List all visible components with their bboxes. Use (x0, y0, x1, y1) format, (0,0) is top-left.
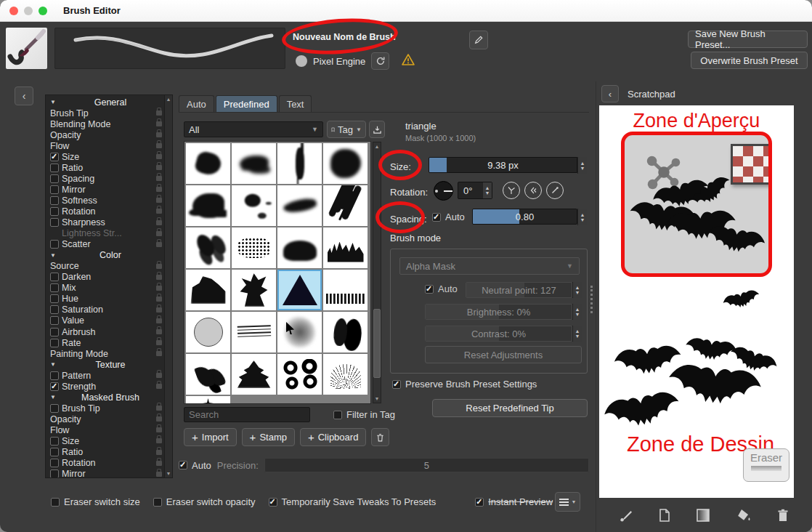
item-checkbox[interactable] (50, 448, 59, 456)
brush-tip-thumbnail[interactable] (323, 354, 368, 395)
item-checkbox[interactable] (50, 153, 59, 161)
rotation-flip-button[interactable] (503, 182, 520, 199)
lock-icon[interactable] (156, 154, 162, 159)
brush-tip-thumbnail[interactable] (186, 354, 230, 395)
sidebar-item[interactable]: ▼ Mix (47, 283, 163, 294)
rotation-spinner[interactable]: ▲▼ (482, 182, 492, 198)
brush-tip-thumbnail[interactable] (186, 227, 230, 268)
section-collapse-icon[interactable]: ▼ (50, 394, 56, 400)
brush-tip-thumbnail[interactable] (186, 312, 230, 352)
rotation-spinbox[interactable]: 0° ▲▼ (458, 182, 492, 199)
size-slider[interactable]: 9.38 px ▲▼ (429, 157, 587, 174)
brush-mode-dropdown[interactable]: Alpha Mask ▼ (399, 257, 580, 275)
lock-icon[interactable] (156, 450, 162, 455)
brightness-slider[interactable]: Brightness: 0% ▲▼ (425, 304, 582, 320)
sidebar-item[interactable]: ▼ Size (47, 151, 163, 162)
item-checkbox[interactable] (50, 328, 59, 336)
sidebar-item[interactable]: ▼ Ratio (47, 447, 163, 458)
sidebar-item[interactable]: ▼ Rate (47, 337, 163, 348)
sidebar-item[interactable]: ▼ Brush Tip (47, 108, 163, 118)
close-window-button[interactable] (9, 7, 18, 15)
sidebar-item[interactable]: ▼ Pattern (47, 370, 163, 381)
section-collapse-icon[interactable]: ▼ (50, 361, 56, 368)
sidebar-item[interactable]: ▼ Value (47, 315, 163, 326)
lock-icon[interactable] (156, 406, 162, 411)
sidebar-item[interactable]: ▼ Painting Mode (47, 348, 163, 359)
item-checkbox[interactable] (50, 371, 59, 380)
lock-icon[interactable] (156, 472, 162, 477)
sidebar-item[interactable]: ▼ Rotation (47, 458, 163, 469)
reset-predefined-tip-button[interactable]: Reset Predefined Tip (432, 399, 588, 417)
fill-color-icon[interactable] (736, 508, 752, 523)
sidebar-item[interactable]: ▼ Airbrush (47, 326, 163, 337)
lock-icon[interactable] (156, 264, 162, 269)
scroll-down-icon[interactable]: ▼ (375, 396, 380, 401)
sidebar-item[interactable]: ▼ Saturation (47, 305, 163, 315)
brush-tip-thumbnail[interactable] (323, 312, 368, 352)
reset-adjustments-button[interactable]: Reset Adjustments (425, 346, 582, 363)
collapse-scratchpad-button[interactable]: ‹ (601, 85, 619, 102)
overwrite-brush-preset-button[interactable]: Overwrite Brush Preset (691, 52, 808, 69)
collapse-panel-button[interactable]: ‹ (15, 86, 33, 105)
minimize-window-button[interactable] (24, 7, 33, 15)
lock-icon[interactable] (156, 231, 162, 236)
sidebar-item[interactable]: ▼ Size (47, 435, 163, 446)
filter-in-tag-checkbox[interactable] (333, 411, 342, 419)
sidebar-item[interactable]: ▼ Texture (47, 359, 163, 370)
lock-icon[interactable] (156, 340, 162, 345)
lock-icon[interactable] (156, 427, 162, 432)
tab-predefined[interactable]: Predefined (216, 95, 277, 112)
tab-auto[interactable]: Auto (179, 95, 214, 112)
sidebar-item[interactable]: ▼ Rotation (47, 206, 163, 217)
item-checkbox[interactable] (50, 207, 59, 216)
contrast-slider[interactable]: Contrast: 0% ▲▼ (425, 326, 582, 342)
scroll-down-icon[interactable]: ▼ (166, 471, 171, 476)
stamp-button[interactable]: Stamp (242, 428, 295, 446)
sidebar-item[interactable]: ▼ Spacing (47, 173, 163, 184)
lock-icon[interactable] (156, 176, 162, 181)
brush-tip-thumbnail[interactable] (323, 396, 368, 404)
lock-icon[interactable] (156, 121, 162, 126)
brush-tip-thumbnail[interactable] (277, 185, 322, 226)
lock-icon[interactable] (156, 438, 162, 443)
detach-menu-button[interactable]: ▼ (555, 492, 580, 512)
item-checkbox[interactable] (50, 404, 59, 413)
brush-tip-thumbnail[interactable] (232, 227, 276, 268)
brush-tip-thumbnail[interactable] (232, 270, 276, 310)
item-checkbox[interactable] (50, 185, 59, 194)
sidebar-item[interactable]: ▼ Darken (47, 272, 163, 283)
grid-scrollbar-thumb[interactable] (373, 309, 381, 378)
lock-icon[interactable] (156, 275, 162, 280)
lock-icon[interactable] (156, 198, 162, 203)
sidebar-item[interactable]: ▼ Mirror (47, 184, 163, 195)
brush-tip-thumbnail[interactable] (186, 185, 230, 226)
item-checkbox[interactable] (50, 273, 59, 281)
paint-brush-icon[interactable] (619, 508, 633, 523)
sidebar-item[interactable]: ▼ Flow (47, 424, 163, 435)
lock-icon[interactable] (156, 307, 162, 313)
sidebar-scrollbar[interactable]: ▲ ▼ (164, 95, 172, 477)
lock-icon[interactable] (156, 351, 162, 356)
reload-engine-button[interactable] (371, 52, 389, 70)
lock-icon[interactable] (156, 110, 162, 116)
rotation-angle-button[interactable] (546, 182, 564, 199)
lock-icon[interactable] (156, 132, 162, 137)
search-input[interactable] (184, 407, 310, 422)
zoom-window-button[interactable] (38, 7, 47, 15)
sidebar-item[interactable]: ▼ Color (47, 250, 163, 261)
neutral-auto-checkbox[interactable] (425, 285, 434, 294)
spacing-slider[interactable]: 0.80 ▲▼ (472, 209, 587, 225)
brush-tip-thumbnail[interactable] (277, 227, 322, 268)
lock-icon[interactable] (156, 209, 162, 214)
section-collapse-icon[interactable]: ▼ (50, 252, 56, 259)
trash-icon[interactable] (776, 508, 789, 523)
item-checkbox[interactable] (50, 283, 59, 292)
panel-splitter-handle[interactable] (590, 286, 593, 313)
delete-tip-button[interactable] (371, 428, 389, 446)
eraser-switch-opacity-checkbox[interactable] (153, 498, 162, 507)
lock-icon[interactable] (156, 318, 162, 323)
item-checkbox[interactable] (50, 316, 59, 325)
brush-tip-thumbnail[interactable] (323, 227, 368, 268)
lock-icon[interactable] (156, 297, 162, 302)
item-checkbox[interactable] (50, 469, 59, 478)
